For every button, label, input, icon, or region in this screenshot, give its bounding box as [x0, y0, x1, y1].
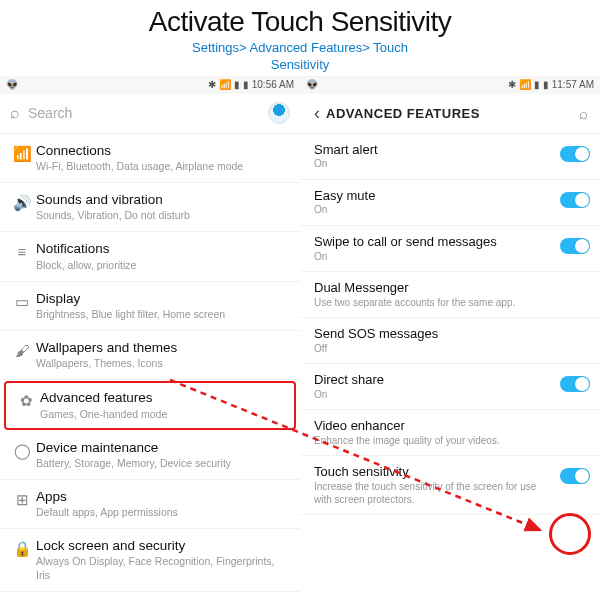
row-subtitle: Wallpapers, Themes, Icons [36, 357, 290, 370]
row-subtitle: Wi-Fi, Bluetooth, Data usage, Airplane m… [36, 160, 290, 173]
af-row-label: Video enhancer [314, 418, 554, 434]
af-row-label: Touch sensitivity [314, 464, 554, 480]
row-subtitle: Games, One-handed mode [40, 408, 288, 421]
row-label: Apps [36, 489, 290, 505]
settings-pane: 👽 ✱ 📶 ▮ ▮ 10:56 AM ⌕ Search 📶Connections… [0, 76, 300, 592]
af-row-video-enhancer[interactable]: Video enhancerEnhance the image quality … [300, 410, 600, 456]
af-row-subtitle: On [314, 204, 554, 217]
af-row-dual-messenger[interactable]: Dual MessengerUse two separate accounts … [300, 272, 600, 318]
status-bar-left: 👽 ✱ 📶 ▮ ▮ 10:56 AM [0, 76, 300, 94]
wifi-icon: 📶 [519, 79, 531, 90]
af-row-subtitle: Increase the touch sensitivity of the sc… [314, 481, 554, 506]
af-row-label: Easy mute [314, 188, 554, 204]
toggle-placeholder [560, 330, 590, 346]
battery-icon: ▮ [543, 79, 549, 90]
row-icon: 🖌 [8, 340, 36, 359]
signal-icon: ▮ [534, 79, 540, 90]
row-label: Connections [36, 143, 290, 159]
wifi-icon: 📶 [219, 79, 231, 90]
row-icon: ▭ [8, 291, 36, 311]
toggle-switch[interactable] [560, 192, 590, 208]
advanced-features-title: ADVANCED FEATURES [326, 106, 575, 121]
battery-icon: ▮ [243, 79, 249, 90]
bluetooth-icon: ✱ [208, 79, 216, 90]
signal-icon: ▮ [234, 79, 240, 90]
breadcrumb: Settings> Advanced Features> Touch Sensi… [0, 40, 600, 74]
settings-row-device-maintenance[interactable]: ◯Device maintenanceBattery, Storage, Mem… [0, 431, 300, 480]
row-label: Wallpapers and themes [36, 340, 290, 356]
row-icon: ◯ [8, 440, 36, 460]
row-subtitle: Default apps, App permissions [36, 506, 290, 519]
af-row-label: Swipe to call or send messages [314, 234, 554, 250]
reddit-icon: 👽 [306, 79, 318, 90]
af-row-easy-mute[interactable]: Easy muteOn [300, 180, 600, 226]
af-row-subtitle: On [314, 251, 554, 264]
af-row-label: Dual Messenger [314, 280, 554, 296]
af-row-label: Send SOS messages [314, 326, 554, 342]
page-title: Activate Touch Sensitivity [0, 6, 600, 38]
settings-row-wallpapers-and-themes[interactable]: 🖌Wallpapers and themesWallpapers, Themes… [0, 331, 300, 380]
advanced-features-header: ‹ ADVANCED FEATURES ⌕ [300, 94, 600, 134]
af-row-subtitle: Use two separate accounts for the same a… [314, 297, 554, 310]
reddit-icon: 👽 [6, 79, 18, 90]
row-icon: ⊞ [8, 489, 36, 509]
af-row-subtitle: Enhance the image quality of your videos… [314, 435, 554, 448]
settings-row-apps[interactable]: ⊞AppsDefault apps, App permissions [0, 480, 300, 529]
settings-row-sounds-and-vibration[interactable]: 🔊Sounds and vibrationSounds, Vibration, … [0, 183, 300, 232]
af-row-swipe-to-call-or-send-messages[interactable]: Swipe to call or send messagesOn [300, 226, 600, 272]
row-label: Device maintenance [36, 440, 290, 456]
row-icon: ≡ [8, 241, 36, 260]
toggle-switch[interactable] [560, 468, 590, 484]
settings-row-connections[interactable]: 📶ConnectionsWi-Fi, Bluetooth, Data usage… [0, 134, 300, 183]
toggle-switch[interactable] [560, 146, 590, 162]
advanced-features-pane: 👽 ✱ 📶 ▮ ▮ 11:57 AM ‹ ADVANCED FEATURES ⌕… [300, 76, 600, 592]
toggle-switch[interactable] [560, 376, 590, 392]
search-icon[interactable]: ⌕ [575, 105, 592, 122]
row-subtitle: Always On Display, Face Recognition, Fin… [36, 555, 290, 581]
af-row-subtitle: On [314, 158, 554, 171]
af-row-label: Smart alert [314, 142, 554, 158]
settings-row-notifications[interactable]: ≡NotificationsBlock, allow, prioritize [0, 232, 300, 281]
row-icon: 🔊 [8, 192, 36, 212]
row-subtitle: Brightness, Blue light filter, Home scre… [36, 308, 290, 321]
row-label: Sounds and vibration [36, 192, 290, 208]
toggle-placeholder [560, 422, 590, 438]
status-bar-right: 👽 ✱ 📶 ▮ ▮ 11:57 AM [300, 76, 600, 94]
row-icon: 🔒 [8, 538, 36, 558]
row-label: Lock screen and security [36, 538, 290, 554]
search-bar[interactable]: ⌕ Search [0, 94, 300, 134]
row-subtitle: Sounds, Vibration, Do not disturb [36, 209, 290, 222]
af-row-subtitle: Off [314, 343, 554, 356]
settings-row-display[interactable]: ▭DisplayBrightness, Blue light filter, H… [0, 282, 300, 331]
af-row-label: Direct share [314, 372, 554, 388]
row-label: Display [36, 291, 290, 307]
avatar[interactable] [268, 102, 290, 124]
settings-row-lock-screen-and-security[interactable]: 🔒Lock screen and securityAlways On Displ… [0, 529, 300, 591]
search-placeholder: Search [28, 105, 268, 121]
row-icon: ✿ [12, 390, 40, 410]
row-label: Advanced features [40, 390, 288, 406]
af-row-direct-share[interactable]: Direct shareOn [300, 364, 600, 410]
bluetooth-icon: ✱ [508, 79, 516, 90]
row-label: Notifications [36, 241, 290, 257]
af-row-subtitle: On [314, 389, 554, 402]
toggle-switch[interactable] [560, 238, 590, 254]
back-icon[interactable]: ‹ [308, 103, 326, 124]
search-icon: ⌕ [10, 104, 20, 122]
toggle-placeholder [560, 284, 590, 300]
clock-text: 11:57 AM [552, 79, 594, 90]
row-subtitle: Block, allow, prioritize [36, 259, 290, 272]
clock-text: 10:56 AM [252, 79, 294, 90]
row-icon: 📶 [8, 143, 36, 163]
row-subtitle: Battery, Storage, Memory, Device securit… [36, 457, 290, 470]
settings-row-advanced-features[interactable]: ✿Advanced featuresGames, One-handed mode [4, 381, 296, 429]
af-row-send-sos-messages[interactable]: Send SOS messagesOff [300, 318, 600, 364]
af-row-touch-sensitivity[interactable]: Touch sensitivityIncrease the touch sens… [300, 456, 600, 515]
af-row-smart-alert[interactable]: Smart alertOn [300, 134, 600, 180]
